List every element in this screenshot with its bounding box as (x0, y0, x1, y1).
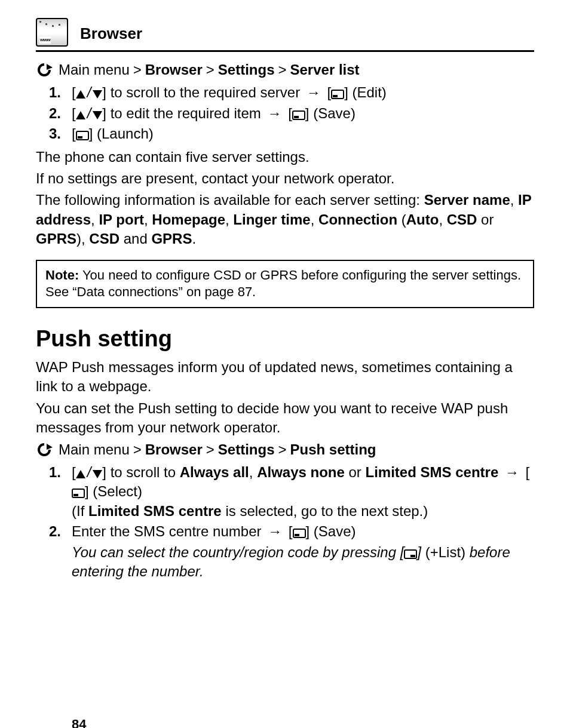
svg-rect-7 (73, 494, 78, 496)
arrow-right-icon: → (307, 83, 321, 102)
navigate-icon (36, 63, 53, 77)
up-key-icon (76, 470, 85, 478)
paragraph: WAP Push messages inform you of updated … (36, 358, 534, 397)
down-key-icon (93, 90, 102, 99)
svg-rect-9 (295, 534, 299, 536)
arrow-right-icon: → (268, 522, 282, 541)
step-2: 2. Enter the SMS centre number → [] (Sav… (45, 522, 534, 581)
down-key-icon (93, 111, 102, 119)
up-key-icon (76, 111, 85, 119)
browser-www-icon: www (36, 18, 68, 47)
paragraph: The following information is available f… (36, 191, 534, 248)
paragraph: You can set the Push setting to decide h… (36, 399, 534, 438)
softkey-left-icon (292, 110, 305, 120)
up-key-icon (76, 90, 85, 99)
softkey-left-icon (331, 90, 344, 99)
svg-rect-3 (294, 116, 299, 118)
slash-icon: / (87, 464, 91, 480)
svg-rect-1 (333, 95, 338, 97)
arrow-right-icon: → (268, 104, 282, 123)
step-2: 2. [/] to edit the required item → [] (S… (45, 104, 534, 123)
slash-icon: / (87, 84, 91, 100)
note-box: Note: You need to configure CSD or GPRS … (36, 260, 534, 308)
softkey-left-icon (293, 529, 306, 538)
softkey-left-icon (72, 489, 85, 498)
slash-icon: / (87, 105, 91, 121)
softkey-right-icon (404, 549, 417, 559)
step-1: 1. [/] to scroll to Always all, Always n… (45, 463, 534, 521)
svg-rect-11 (410, 555, 415, 557)
paragraph: The phone can contain five server settin… (36, 148, 534, 167)
breadcrumb-push-setting: Main menu > Browser > Settings > Push se… (36, 440, 534, 459)
paragraph: If no settings are present, contact your… (36, 169, 534, 188)
step-3: 3. [] (Launch) (45, 124, 534, 143)
svg-rect-5 (78, 136, 82, 139)
page-title: Browser (80, 23, 142, 47)
navigate-icon (36, 443, 53, 457)
step-note: You can select the country/region code b… (72, 543, 534, 582)
breadcrumb-server-list: Main menu > Browser > Settings > Server … (36, 60, 534, 79)
step-1: 1. [/] to scroll to the required server … (45, 83, 534, 102)
section-heading: Push setting (36, 324, 534, 354)
header-rule (36, 50, 534, 52)
page-number: 84 (72, 715, 86, 728)
down-key-icon (93, 470, 102, 478)
steps-server-list: 1. [/] to scroll to the required server … (45, 83, 534, 143)
steps-push-setting: 1. [/] to scroll to Always all, Always n… (45, 463, 534, 581)
softkey-left-icon (76, 131, 89, 140)
arrow-right-icon: → (505, 463, 519, 482)
